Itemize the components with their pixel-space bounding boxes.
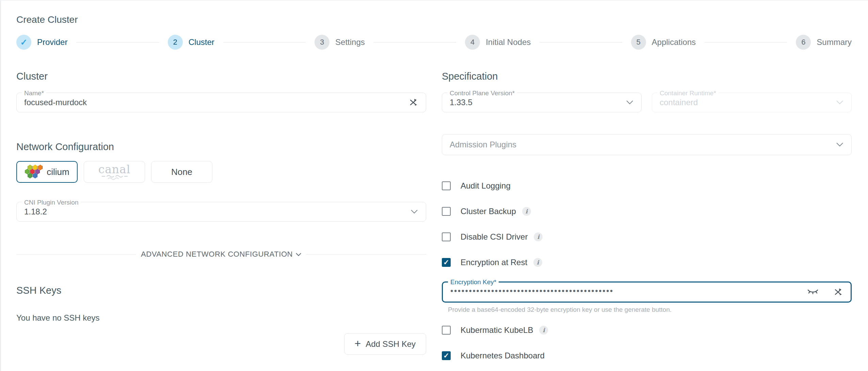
step-applications[interactable]: 5 Applications xyxy=(631,35,696,50)
regenerate-name-button[interactable] xyxy=(409,98,418,107)
encryption-at-rest-checkbox[interactable]: ✓ xyxy=(442,258,451,267)
step-label: Settings xyxy=(335,37,365,47)
info-icon[interactable]: i xyxy=(539,326,548,335)
chevron-down-icon xyxy=(836,100,844,105)
info-icon[interactable]: i xyxy=(522,207,531,216)
cluster-name-input[interactable]: focused-murdock xyxy=(24,98,409,107)
audit-logging-checkbox[interactable] xyxy=(442,181,451,190)
checkbox-label: Kubernetes Dashboard xyxy=(461,351,545,360)
canal-logo-text: canal xyxy=(98,164,131,175)
chevron-down-icon xyxy=(836,142,844,147)
kubernetes-dashboard-checkbox[interactable]: ✓ xyxy=(442,351,451,360)
divider xyxy=(16,254,136,255)
step-connector xyxy=(223,42,306,43)
toggle-key-visibility-button[interactable] xyxy=(807,288,834,296)
cluster-heading: Cluster xyxy=(16,71,426,82)
cilium-logo-icon xyxy=(25,165,43,179)
kubermatic-kubelb-checkbox[interactable] xyxy=(442,326,451,335)
checkbox-row-audit-logging: Audit Logging xyxy=(442,181,852,191)
checkbox-label: Disable CSI Driver xyxy=(461,232,528,242)
step-connector xyxy=(76,42,159,43)
page-title: Create Cluster xyxy=(16,14,852,25)
specification-heading: Specification xyxy=(442,71,852,82)
divider xyxy=(306,254,426,255)
step-label: Initial Nodes xyxy=(486,37,531,47)
shuffle-icon xyxy=(834,287,843,297)
step-number: 6 xyxy=(796,35,811,50)
step-number: 3 xyxy=(315,35,329,50)
chevron-down-icon xyxy=(295,253,302,256)
container-runtime-label: Container Runtime* xyxy=(657,90,719,97)
step-number: 2 xyxy=(168,35,183,50)
advanced-network-toggle[interactable]: ADVANCED NETWORK CONFIGURATION xyxy=(16,250,426,259)
cni-option-cilium[interactable]: cilium xyxy=(16,161,78,183)
checkbox-row-cluster-backup: Cluster Backup i xyxy=(442,207,852,216)
plus-icon: + xyxy=(355,338,361,349)
checkbox-label: Kubermatic KubeLB xyxy=(461,325,533,335)
canal-logo: canal xyxy=(98,164,131,180)
checkbox-label: Encryption at Rest xyxy=(461,258,527,267)
step-cluster[interactable]: 2 Cluster xyxy=(168,35,214,50)
ssh-keys-empty-text: You have no SSH keys xyxy=(16,313,426,323)
add-ssh-key-label: Add SSH Key xyxy=(366,339,416,349)
checkbox-row-kubermatic-kubelb: Kubermatic KubeLB i xyxy=(442,325,852,335)
cni-version-value: 1.18.2 xyxy=(24,207,410,216)
info-icon[interactable]: i xyxy=(533,258,542,267)
chevron-down-icon xyxy=(626,100,634,105)
canal-waves-icon xyxy=(100,175,129,180)
shuffle-icon xyxy=(409,98,418,107)
container-runtime-select: Container Runtime* containerd xyxy=(652,93,852,112)
step-label: Applications xyxy=(652,37,696,47)
admission-plugins-select[interactable]: Admission Plugins xyxy=(442,134,852,155)
encryption-key-field[interactable]: Encryption Key* ••••••••••••••••••••••••… xyxy=(442,281,852,303)
network-heading: Network Configuration xyxy=(16,141,426,152)
wizard-stepper: ✓ Provider 2 Cluster 3 Settings 4 Initia… xyxy=(16,35,852,50)
step-settings[interactable]: 3 Settings xyxy=(315,35,365,50)
encryption-key-hint: Provide a base64-encoded 32-byte encrypt… xyxy=(442,306,852,313)
step-label: Provider xyxy=(37,37,67,47)
admission-plugins-placeholder: Admission Plugins xyxy=(450,140,836,149)
cni-option-canal[interactable]: canal xyxy=(84,161,145,183)
step-provider[interactable]: ✓ Provider xyxy=(16,35,67,50)
chevron-down-icon xyxy=(410,209,418,214)
container-runtime-value: containerd xyxy=(660,98,836,107)
step-number: 4 xyxy=(465,35,480,50)
cluster-name-label: Name* xyxy=(22,90,46,97)
checkbox-label: Audit Logging xyxy=(461,181,511,191)
step-label: Cluster xyxy=(189,37,214,47)
left-column: Cluster Name* focused-murdock Network Co… xyxy=(16,71,426,371)
cni-option-none[interactable]: None xyxy=(151,161,212,183)
control-plane-version-value: 1.33.5 xyxy=(450,98,626,107)
advanced-network-label: ADVANCED NETWORK CONFIGURATION xyxy=(141,250,293,259)
cni-version-label: CNI Plugin Version xyxy=(22,199,81,206)
step-check-icon: ✓ xyxy=(16,35,31,50)
cluster-backup-checkbox[interactable] xyxy=(442,207,451,216)
info-icon[interactable]: i xyxy=(534,232,543,241)
disable-csi-driver-checkbox[interactable] xyxy=(442,232,451,241)
cni-version-select[interactable]: CNI Plugin Version 1.18.2 xyxy=(16,202,426,222)
checkbox-row-disable-csi-driver: Disable CSI Driver i xyxy=(442,232,852,242)
ssh-keys-heading: SSH Keys xyxy=(16,285,426,296)
control-plane-version-label: Control Plane Version* xyxy=(447,90,517,97)
encryption-key-label: Encryption Key* xyxy=(448,278,499,286)
checkbox-row-kubernetes-dashboard: ✓ Kubernetes Dashboard xyxy=(442,351,852,360)
step-summary[interactable]: 6 Summary xyxy=(796,35,852,50)
cni-option-label: cilium xyxy=(47,167,69,177)
cluster-name-field[interactable]: Name* focused-murdock xyxy=(16,93,426,112)
control-plane-version-select[interactable]: Control Plane Version* 1.33.5 xyxy=(442,93,642,112)
encryption-key-input[interactable]: ••••••••••••••••••••••••••••••••••••••••… xyxy=(450,286,807,296)
step-connector xyxy=(374,42,456,43)
step-connector xyxy=(540,42,622,43)
step-label: Summary xyxy=(817,37,852,47)
eye-closed-icon xyxy=(807,288,819,296)
create-cluster-wizard: Create Cluster ✓ Provider 2 Cluster 3 Se… xyxy=(1,1,868,371)
add-ssh-key-button[interactable]: + Add SSH Key xyxy=(344,333,426,355)
step-connector xyxy=(705,42,787,43)
step-initial-nodes[interactable]: 4 Initial Nodes xyxy=(465,35,531,50)
checkbox-label: Cluster Backup xyxy=(461,207,516,216)
right-column: Specification Control Plane Version* 1.3… xyxy=(442,71,852,371)
checkbox-row-encryption-at-rest: ✓ Encryption at Rest i xyxy=(442,258,852,267)
step-number: 5 xyxy=(631,35,646,50)
generate-key-button[interactable] xyxy=(834,287,843,297)
cni-option-label: None xyxy=(171,167,192,177)
